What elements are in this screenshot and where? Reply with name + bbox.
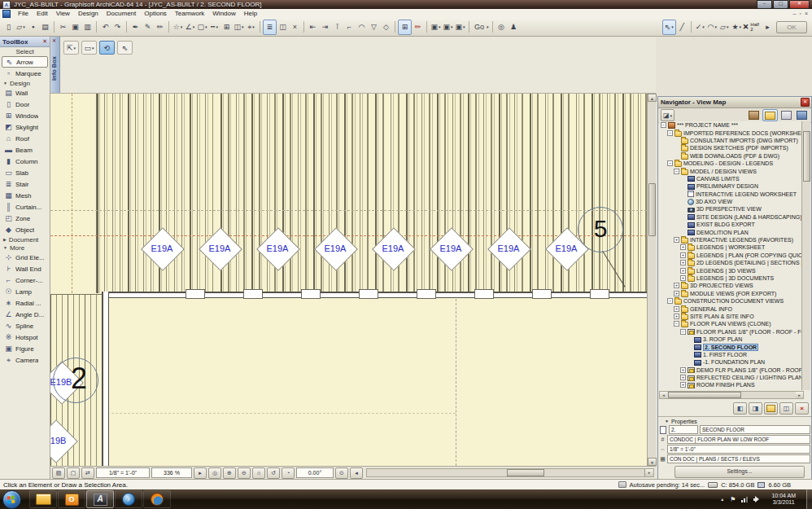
view-map-item[interactable]: 1. FIRST FLOOR [659,351,804,358]
window-element[interactable] [359,289,378,299]
quick-selection-toggle[interactable]: ⟲ [99,41,115,55]
view-map-item[interactable]: 3D PERSPECTIVE VIEW [659,205,804,213]
menu-window[interactable]: Window [208,9,239,18]
view-settings-button[interactable]: ◫ [779,402,793,415]
menu-file[interactable]: File [14,9,33,18]
view-map-item[interactable]: +DEMO FLR PLANS 1/8" (FLOOR - ROOF - F [659,366,804,374]
line-segment-icon[interactable]: ╱ [676,20,688,34]
toolbox-tool-zone[interactable]: ◰Zone [0,213,50,224]
floor-plan-canvas[interactable]: E19A E19A E19A E19A E19A E19A E19A E19A … [50,94,647,466]
preview-button[interactable]: ▢ [67,467,80,479]
scroll-down-icon[interactable]: ▼ [648,458,657,466]
beam-marker[interactable]: E19A [372,227,414,270]
walk-mode-icon[interactable]: ♟ [508,20,520,34]
navigator-header[interactable]: Navigator - View Map ✕ [658,97,811,108]
beam-marker[interactable]: E19A [141,227,183,270]
maximize-button[interactable]: ▢ [773,0,788,9]
infobox-close-icon[interactable]: ✕ [52,37,56,43]
element-settings-icon[interactable]: ◫▾ [233,20,245,34]
beam-marker[interactable]: E19A [314,227,356,270]
toolbox-tool-mesh[interactable]: ▦Mesh [0,190,50,201]
view-map-item[interactable]: +MODULE VIEWS (FOR EXPORT) [659,290,804,297]
view-map-item[interactable]: +INTERACTIVE LEGENDS (FAVORITES) [659,236,804,244]
view-map-item[interactable]: CONSULTANT IMPORTS (DWG IMPORT) [659,137,804,144]
toolbox-tool-marquee[interactable]: ▫Marquee [0,68,50,79]
view-map-item[interactable]: −FLOOR PLANS 1/8" (FLOOR - ROOF - FOU [659,328,804,336]
toolbox-tool-spline[interactable]: ∿Spline [0,320,50,331]
paste-icon[interactable]: ▥ [81,20,94,34]
beam-marker[interactable]: E19A [487,227,530,270]
view-map-item[interactable]: 3. ROOF PLAN [659,336,804,343]
settings-button[interactable]: Settings... [674,466,805,478]
view-map-item[interactable]: DEMOLITION PLAN [659,228,804,235]
zoom-percent-field[interactable]: 336 % [151,467,192,478]
tree-horizontal-scrollbar[interactable]: ◂ ▸ [659,391,804,399]
expand-box-icon[interactable]: + [680,275,686,281]
coordinate-snap-icon[interactable]: ∠▾ [184,20,196,34]
horizontal-scrollbar[interactable]: ▸ [366,468,654,477]
view-map-item[interactable]: DESIGN SKETCHES (PDF IMPORTS) [659,144,804,151]
toolbox-tool-object[interactable]: ◆Object [0,224,50,235]
save-icon[interactable]: ▪ [27,20,39,34]
close-tool-icon[interactable]: × [289,20,301,34]
toolbox-close-icon[interactable]: ✕ [42,38,50,45]
minimize-button[interactable]: – [757,0,772,9]
close-button[interactable]: ✕ [789,0,810,9]
delete-item-button[interactable]: × [795,402,809,415]
view-map-item[interactable]: +ROOM FINISH PLANS [659,381,804,388]
view-map-item[interactable]: INTERACTIVE LEGEND WORKSHEET [659,191,804,198]
toolbox-tool-skylight[interactable]: ◩Skylight [0,121,50,133]
layers-dialog-icon[interactable]: ≣ [263,20,277,35]
zoom-out-button[interactable]: ⊖ [238,467,251,479]
view-map-item[interactable]: +GENERAL INFO [659,305,804,312]
model-view-options-icon[interactable]: ▣▾ [430,20,442,34]
info-box-tab[interactable]: ✕ Info Box [50,37,60,93]
toolbox-tool-lamp[interactable]: ☉Lamp [0,286,50,297]
undo-icon[interactable]: ↶ [99,20,111,34]
expand-box-icon[interactable]: + [674,283,679,288]
window-element[interactable] [590,289,609,299]
view-map-item[interactable]: SITE DESIGN (LAND & HARDSCAPING) [659,213,804,221]
view-map-item[interactable]: +LEGENDS | 3D VIEWS [659,266,804,274]
expand-box-icon[interactable]: + [674,237,679,243]
collapse-box-icon[interactable]: − [667,298,673,304]
window-element[interactable] [243,289,263,299]
tree-vertical-scrollbar[interactable] [801,121,810,390]
story-settings-icon[interactable]: ◫ [277,20,289,34]
layer-settings-icon[interactable]: ▢▾ [196,20,208,34]
window-element[interactable] [417,289,436,299]
mdi-restore-icon[interactable]: ▫ [799,11,801,16]
selection-arrow-icon[interactable]: ⇖▾ [662,20,676,35]
collapse-box-icon[interactable]: − [674,169,679,174]
view-map-button[interactable] [762,109,778,121]
markup-pen-icon[interactable]: ✏ [412,20,424,34]
grid-tool-icon[interactable]: ⊞ [398,20,412,35]
distribute-icon[interactable]: ⊺ [331,20,343,34]
mdi-close-icon[interactable]: × [805,11,808,16]
collapse-box-icon[interactable]: − [667,160,673,166]
expand-box-icon[interactable]: + [674,291,679,296]
tray-expand-icon[interactable]: ▲ [720,497,724,502]
taskbar-itunes-button[interactable]: ♪ [115,490,142,508]
taskbar-archicad-button[interactable]: A [86,490,114,508]
taskbar-outlook-button[interactable]: O [58,490,85,508]
marquee-settings-button[interactable]: ▭▾ [81,41,97,55]
system-clock[interactable]: 10:04 AM 3/3/2011 [771,493,796,506]
project-map-button[interactable] [747,110,761,121]
inject-parameters-icon[interactable]: ✎ [142,20,154,34]
ok-button[interactable]: OK [776,21,807,33]
half-snap-button[interactable]: ✕ Half 2 [743,22,759,32]
show-desktop-button[interactable] [806,489,812,509]
beam-marker[interactable]: E19A [430,227,472,270]
toolbox-tool-beam[interactable]: ▬Beam [0,144,50,156]
toolbox-tool-wall-end[interactable]: ⊦Wall End [0,263,50,274]
quick-options-button[interactable]: ▧ [52,467,65,479]
previous-view-button[interactable]: ↺ [267,467,280,479]
expand-box-icon[interactable]: + [674,306,679,312]
set-orientation-button[interactable]: ⊙ [335,467,348,479]
mdi-minimize-icon[interactable]: – [793,11,797,16]
redo-icon[interactable]: ↷ [111,20,124,34]
toolbox-header[interactable]: ToolBox ✕ [0,37,50,47]
scrollbar-thumb[interactable] [648,183,656,236]
toolbox-tool-stair[interactable]: ≣Stair [0,178,50,190]
